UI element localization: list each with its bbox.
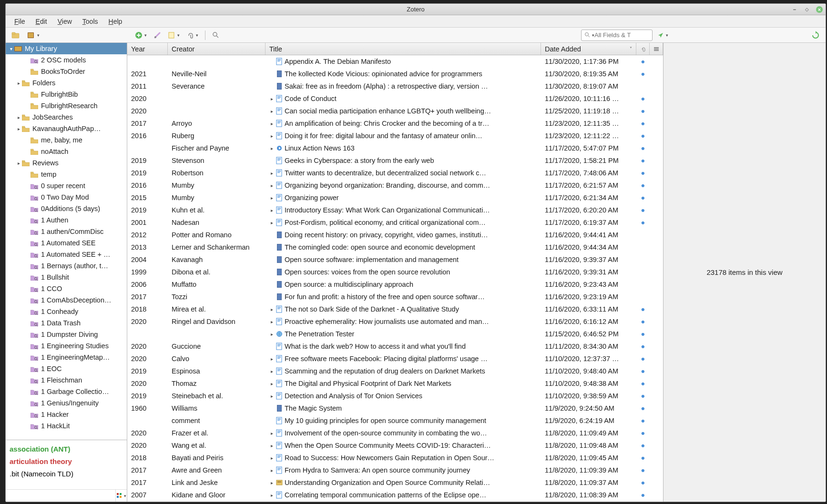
maximize-button[interactable] <box>804 6 810 13</box>
add-by-identifier-button[interactable] <box>152 30 163 40</box>
table-row[interactable]: 2019StevensonGeeks in Cyberspace: a stor… <box>127 154 663 167</box>
menu-help[interactable]: Help <box>104 16 127 27</box>
table-row[interactable]: 2019Espinosa▸Scamming and the reputation… <box>127 365 663 377</box>
tag-item[interactable]: articulation theory <box>10 455 123 468</box>
sidebar-item[interactable]: 1 HackLit <box>6 420 127 432</box>
new-library-button[interactable]: ▾ <box>25 30 41 40</box>
sidebar-item[interactable]: 1 authen/CommDisc <box>6 226 127 237</box>
sync-button[interactable] <box>809 30 822 40</box>
table-row[interactable]: ▸The Penetration Tester11/15/2020, 6:46:… <box>127 328 663 340</box>
table-row[interactable]: 2020Ringel and Davidson▸Proactive epheme… <box>127 315 663 328</box>
sidebar-item[interactable]: 1 Authen <box>6 214 127 226</box>
table-row[interactable]: 1960WilliamsThe Magic System11/9/2020, 9… <box>127 402 663 414</box>
sidebar-item[interactable]: 0 Two Day Mod <box>6 192 127 203</box>
sidebar-item[interactable]: 0Additions (5 days) <box>6 203 127 214</box>
tag-list[interactable]: association (ANT)articulation theory.bit… <box>6 440 127 489</box>
table-row[interactable]: 2006MuffattoOpen source: a multidiscipli… <box>127 278 663 291</box>
table-row[interactable]: 2012Potter and RomanoDoing recent histor… <box>127 229 663 241</box>
sidebar-item[interactable]: 1 Bernays (author, t… <box>6 260 127 272</box>
item-list[interactable]: Appendix A. The Debian Manifesto11/30/20… <box>127 55 663 502</box>
table-row[interactable]: 2020GuccioneWhat is the dark web? How to… <box>127 340 663 353</box>
new-note-button[interactable]: ▾ <box>166 30 182 40</box>
table-row[interactable]: 1999Dibona et al.Open sources: voices fr… <box>127 266 663 278</box>
sidebar-item[interactable]: ▸Reviews <box>6 157 127 169</box>
col-menu[interactable] <box>650 43 663 55</box>
table-row[interactable]: 2021Neville-NeilThe kollected Kode Vicio… <box>127 68 663 80</box>
sidebar-item[interactable]: 1 Conheady <box>6 306 127 317</box>
table-row[interactable]: 2020Calvo▸Free software meets Facebook: … <box>127 353 663 365</box>
table-row[interactable]: 2013Lerner and SchankermanThe comingled … <box>127 241 663 253</box>
sidebar-item[interactable]: BooksToOrder <box>6 66 127 77</box>
sidebar-item[interactable]: 1 Garbage Collectio… <box>6 386 127 397</box>
table-row[interactable]: 2020Thomaz▸The Digital and Physical Foot… <box>127 377 663 390</box>
sidebar-item[interactable]: 1 Bullshit <box>6 272 127 283</box>
sidebar-item[interactable]: 1 Genius/Ingenuity <box>6 397 127 409</box>
table-row[interactable]: 2019Kuhn et al.▸Introductory Essay: What… <box>127 204 663 216</box>
table-row[interactable]: Appendix A. The Debian Manifesto11/30/20… <box>127 55 663 68</box>
col-attachment[interactable] <box>636 43 650 55</box>
table-row[interactable]: 2020Frazer et al.▸Involvement of the ope… <box>127 427 663 439</box>
sidebar-item[interactable]: 1 Hacker <box>6 409 127 420</box>
col-date-added[interactable]: Date Added˅ <box>541 43 636 55</box>
table-row[interactable]: 2020▸Can social media participation enha… <box>127 105 663 117</box>
tag-item[interactable]: .bit (Namecoin TLD) <box>10 468 123 480</box>
col-year[interactable]: Year <box>127 43 168 55</box>
tag-menu-button[interactable]: ▾ <box>115 490 127 502</box>
table-row[interactable]: 2019Robertson▸Twitter wants to decentral… <box>127 167 663 179</box>
table-row[interactable]: 2007Kidane and Gloor▸Correlating tempora… <box>127 489 663 501</box>
sidebar-item[interactable]: FulbrightBib <box>6 89 127 100</box>
sidebar-item[interactable]: 1 Automated SEE + … <box>6 249 127 260</box>
col-creator[interactable]: Creator <box>168 43 265 55</box>
sidebar-item[interactable]: 1 ComAbsDeception… <box>6 294 127 306</box>
library-root[interactable]: ▾My Library <box>6 43 127 54</box>
sidebar-item[interactable]: ▸JobSearches <box>6 111 127 123</box>
sidebar-item[interactable]: temp <box>6 169 127 180</box>
sidebar-item[interactable]: noAttach <box>6 146 127 157</box>
sidebar-item[interactable]: ▸KavanaughAuthPap… <box>6 123 127 134</box>
menu-file[interactable]: File <box>10 16 30 27</box>
table-row[interactable]: 2016Mumby▸Organizing beyond organization… <box>127 179 663 192</box>
sidebar-item[interactable]: 2 OSC models <box>6 54 127 66</box>
table-row[interactable]: 2017TozziFor fun and profit: a history o… <box>127 291 663 303</box>
sidebar-item[interactable]: ▸Folders <box>6 77 127 89</box>
table-row[interactable]: 2001Nadesan▸Post-Fordism, political econ… <box>127 216 663 229</box>
sidebar-item[interactable]: FulbrightResearch <box>6 100 127 111</box>
search-box[interactable]: ▾ <box>581 30 653 41</box>
tag-item[interactable]: association (ANT) <box>10 443 123 455</box>
table-row[interactable]: 2018Mirea et al.▸The not so Dark Side of… <box>127 303 663 315</box>
sidebar-item[interactable]: 1 EngineeringMetap… <box>6 352 127 363</box>
new-collection-button[interactable] <box>10 30 22 40</box>
table-row[interactable]: 2020▸Code of Conduct11/26/2020, 10:11:16… <box>127 92 663 105</box>
advanced-search-button[interactable] <box>210 30 222 40</box>
table-row[interactable]: 2015Mumby▸Organizing power11/17/2020, 6:… <box>127 192 663 204</box>
sidebar-item[interactable]: 0 super recent <box>6 180 127 192</box>
new-item-button[interactable]: ▾ <box>133 30 149 40</box>
table-row[interactable]: 2017Awre and Green▸From Hydra to Samvera… <box>127 464 663 476</box>
minimize-button[interactable] <box>791 6 798 13</box>
collections-tree[interactable]: ▾My Library2 OSC modelsBooksToOrder▸Fold… <box>6 43 127 440</box>
table-row[interactable]: 2017Link and Jeske▸Understanding Organiz… <box>127 476 663 489</box>
tag-filter-input[interactable] <box>6 490 115 502</box>
menu-tools[interactable]: Tools <box>78 16 103 27</box>
table-row[interactable]: Fischer and Payne▸Linux Action News 1631… <box>127 142 663 154</box>
sidebar-item[interactable]: 1 Fleischman <box>6 374 127 386</box>
locate-button[interactable]: ▾ <box>655 31 670 40</box>
table-row[interactable]: 2018Bayati and Peiris▸Road to Success: H… <box>127 452 663 464</box>
table-row[interactable]: 2019Steinebach et al.▸Detection and Anal… <box>127 390 663 402</box>
menu-view[interactable]: View <box>53 16 77 27</box>
attach-button[interactable]: ▾ <box>184 30 200 40</box>
search-input[interactable] <box>594 31 649 39</box>
table-row[interactable]: 2020Wang et al.▸When the Open Source Com… <box>127 439 663 452</box>
table-row[interactable]: 2017Arroyo▸An amplification of being: Ch… <box>127 117 663 130</box>
sidebar-item[interactable]: 1 EOC <box>6 363 127 374</box>
sidebar-item[interactable]: 1 Dumpster Diving <box>6 329 127 340</box>
table-row[interactable]: commentMy 10 guiding principles for open… <box>127 414 663 427</box>
col-title[interactable]: Title <box>265 43 541 55</box>
sidebar-item[interactable]: 1 Engineering Studies <box>6 340 127 352</box>
sidebar-item[interactable]: 1 Automated SEE <box>6 237 127 249</box>
table-row[interactable]: 2011SeveranceSakai: free as in freedom (… <box>127 80 663 92</box>
sidebar-item[interactable]: me, baby, me <box>6 134 127 146</box>
menu-edit[interactable]: Edit <box>31 16 52 27</box>
close-button[interactable] <box>816 6 823 13</box>
table-row[interactable]: 2016Ruberg▸Doing it for free: digital la… <box>127 130 663 142</box>
